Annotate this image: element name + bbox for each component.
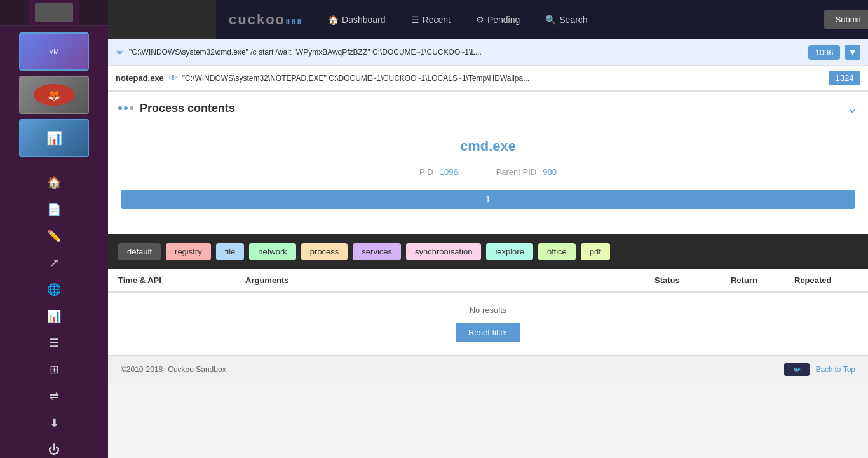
footer: ©2010-2018 Cuckoo Sandbox 🐦 Back to Top (108, 355, 868, 384)
top-nav: cuckoo⠿⠿⠿ 🏠 Dashboard ☰ Recent ⚙ Pending… (216, 0, 868, 39)
main-content: 👁 "C:\WINDOWS\system32\cmd.exe" /c start… (108, 39, 868, 458)
progress-bar-container: 1 (121, 190, 855, 209)
chart-icon[interactable]: 📊 (41, 303, 67, 329)
table-header: Time & API Arguments Status Return Repea… (108, 269, 868, 293)
parent-pid-value: 980 (543, 167, 557, 177)
expand-btn-1[interactable]: ▼ (845, 45, 860, 60)
nav-pending[interactable]: ⚙ Pending (470, 11, 526, 29)
footer-appname: Cuckoo Sandbox (168, 365, 226, 374)
recent-icon: ☰ (411, 15, 419, 25)
filter-file[interactable]: file (216, 243, 245, 260)
col-return: Return (731, 275, 794, 285)
globe-icon[interactable]: 🌐 (41, 277, 67, 302)
process-name: cmd.exe (121, 138, 855, 155)
col-arguments: Arguments (245, 275, 654, 285)
filter-network[interactable]: network (249, 243, 296, 260)
filter-default[interactable]: default (118, 243, 161, 260)
sidebar-icons: 🏠 📄 ✏️ ↗ 🌐 📊 ☰ ⊞ ⇌ ⬇ ⏻ ⚙ 🐛 🔒 (0, 163, 108, 458)
progress-value: 1 (485, 194, 491, 204)
back-to-top-link[interactable]: Back to Top (816, 365, 855, 374)
filter-buttons: default registry file network process se… (108, 234, 868, 269)
vm-thumb-3[interactable]: 📊 (19, 119, 89, 157)
grid-icon[interactable]: ⊞ (41, 357, 67, 382)
nav-search[interactable]: 🔍 Search (539, 11, 593, 29)
pid-badge-1: 1096 (808, 45, 840, 60)
col-repeated: Repeated (794, 275, 858, 285)
submit-button[interactable]: Submit (824, 10, 868, 29)
dot-2 (124, 106, 128, 110)
pid-meta: PID 1096 (419, 167, 458, 177)
power-icon[interactable]: ⏻ (41, 437, 67, 458)
process-row-notepad: notepad.exe 👁 "C:\WINDOWS\system32\NOTEP… (108, 66, 868, 91)
process-contents-body: cmd.exe PID 1096 Parent PID 980 1 (108, 125, 868, 234)
nav-recent[interactable]: ☰ Recent (405, 11, 457, 29)
eye-icon-cmd[interactable]: 👁 (116, 48, 124, 57)
filter-process[interactable]: process (301, 243, 348, 260)
pid-label: PID (419, 167, 433, 177)
vm-thumb-2[interactable]: 🦊 (19, 76, 89, 114)
download-icon[interactable]: ⬇ (41, 410, 67, 436)
vm-thumb-1[interactable]: VM (19, 32, 89, 71)
parent-pid-label: Parent PID (496, 167, 537, 177)
cmd-text-2: "C:\WINDOWS\system32\NOTEPAD.EXE" C:\DOC… (182, 74, 824, 83)
eye-icon-notepad[interactable]: 👁 (169, 73, 177, 83)
chevron-down-icon[interactable]: ⌄ (847, 101, 858, 116)
shuffle-icon[interactable]: ⇌ (41, 384, 67, 409)
process-meta: PID 1096 Parent PID 980 (121, 167, 855, 177)
sidebar-top (0, 0, 108, 26)
sidebar: VM 🦊 📊 🏠 📄 ✏️ ↗ 🌐 📊 ☰ ⊞ ⇌ ⬇ ⏻ ⚙ 🐛 🔒 (0, 0, 108, 458)
share-icon[interactable]: ↗ (41, 250, 67, 275)
filter-services[interactable]: services (353, 243, 401, 260)
footer-copyright: ©2010-2018 (121, 365, 163, 374)
process-row-cmd: 👁 "C:\WINDOWS\system32\cmd.exe" /c start… (108, 39, 868, 66)
notepad-name: notepad.exe (116, 73, 164, 83)
footer-left: ©2010-2018 Cuckoo Sandbox (121, 365, 226, 374)
no-results-text: No results (470, 305, 507, 315)
file-icon[interactable]: 📄 (41, 197, 67, 222)
section-header-left: Process contents (118, 102, 235, 115)
pending-icon: ⚙ (476, 15, 484, 25)
dot-3 (130, 106, 133, 110)
filter-registry[interactable]: registry (166, 243, 211, 260)
section-dots (118, 106, 133, 110)
filter-synchronisation[interactable]: synchronisation (406, 243, 481, 260)
home-icon[interactable]: 🏠 (41, 170, 67, 195)
progress-bar: 1 (121, 190, 855, 209)
nav-dashboard[interactable]: 🏠 Dashboard (322, 11, 392, 29)
filter-iexplore[interactable]: iexplore (486, 243, 533, 260)
cmd-text-1: "C:\WINDOWS\system32\cmd.exe" /c start /… (129, 48, 803, 57)
sidebar-thumbnails: VM 🦊 📊 (0, 26, 108, 163)
table-body: No results Reset filter (108, 293, 868, 355)
section-title: Process contents (140, 102, 235, 115)
reset-filter-button[interactable]: Reset filter (456, 323, 520, 342)
filter-pdf[interactable]: pdf (581, 243, 610, 260)
parent-pid-meta: Parent PID 980 (496, 167, 557, 177)
search-icon: 🔍 (545, 15, 556, 25)
dot-1 (118, 106, 122, 110)
results-table: Time & API Arguments Status Return Repea… (108, 269, 868, 355)
edit-icon[interactable]: ✏️ (41, 223, 67, 249)
pid-value: 1096 (440, 167, 458, 177)
col-status: Status (654, 275, 731, 285)
nav-logo: cuckoo⠿⠿⠿ (229, 11, 302, 28)
section-header: Process contents ⌄ (108, 91, 868, 125)
pid-badge-2: 1324 (829, 71, 860, 85)
dashboard-icon: 🏠 (328, 15, 339, 25)
col-time-api: Time & API (118, 275, 245, 285)
list-icon[interactable]: ☰ (41, 330, 67, 356)
filter-office[interactable]: office (538, 243, 576, 260)
